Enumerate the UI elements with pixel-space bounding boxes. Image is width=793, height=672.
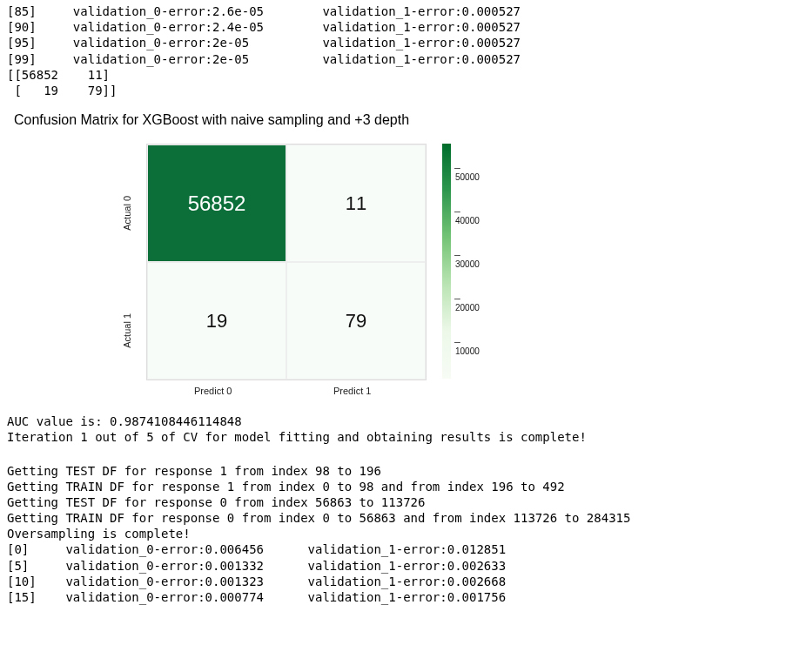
chart-title: Confusion Matrix for XGBoost with naive … <box>14 112 786 128</box>
cell-actual0-predict1: 11 <box>286 144 426 262</box>
xlabel-predict-0: Predict 0 <box>194 386 232 396</box>
cell-actual0-predict0: 56852 <box>147 144 286 262</box>
cbar-tick-10000: 10000 <box>455 346 480 356</box>
cbar-tick-30000: 30000 <box>455 259 480 269</box>
cell-actual1-predict0: 19 <box>147 262 286 380</box>
ylabel-actual-1: Actual 1 <box>122 313 132 348</box>
cbar-tick-20000: 20000 <box>455 303 480 312</box>
xlabel-predict-1: Predict 1 <box>333 386 371 396</box>
confusion-matrix-plot: Actual 0 Actual 1 56852 11 19 79 Predict… <box>111 135 786 413</box>
heatmap-grid: 56852 11 19 79 <box>146 144 427 380</box>
ylabel-actual-0: Actual 0 <box>122 196 132 231</box>
cbar-tick-50000: 50000 <box>455 172 480 182</box>
auc-iteration-log: AUC value is: 0.9874108446114848 Iterati… <box>7 413 786 445</box>
colorbar-gradient <box>442 144 451 379</box>
cbar-tick-40000: 40000 <box>455 216 480 225</box>
xgb-log-top: [85] validation_0-error:2.6e-05 validati… <box>7 3 786 98</box>
cell-actual1-predict1: 79 <box>286 262 426 380</box>
xgb-log-bottom: Getting TEST DF for response 1 from inde… <box>7 463 786 606</box>
blank-line <box>7 446 786 463</box>
